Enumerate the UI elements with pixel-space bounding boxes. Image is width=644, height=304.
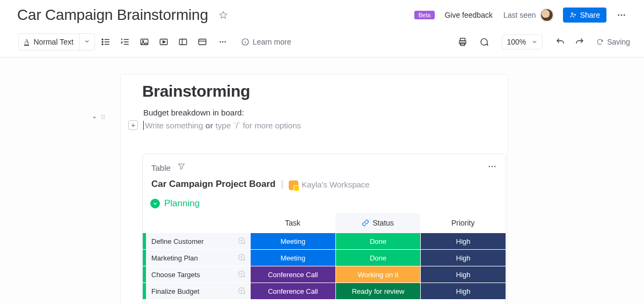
column-header-task[interactable]: Task: [250, 213, 335, 233]
saving-indicator: Saving: [596, 38, 630, 46]
priority-cell[interactable]: High: [421, 283, 506, 299]
block-drag-handle[interactable]: [100, 113, 106, 123]
chat-icon: [479, 37, 489, 47]
image-button[interactable]: [136, 33, 153, 50]
svg-point-5: [102, 41, 103, 42]
numbered-list-button[interactable]: [116, 33, 134, 50]
filter-button[interactable]: [177, 162, 186, 173]
table-button[interactable]: [194, 33, 211, 50]
svg-point-1: [618, 15, 619, 16]
last-seen-label[interactable]: Last seen: [503, 9, 553, 21]
add-block-button[interactable]: +: [128, 120, 138, 130]
item-name-cell[interactable]: Choose Targets: [146, 266, 250, 283]
dots-horizontal-icon: [487, 162, 497, 171]
editor-input[interactable]: Write something or type `/` for more opt…: [143, 121, 301, 130]
comments-button[interactable]: [476, 34, 492, 50]
beta-badge: Beta: [414, 11, 435, 19]
table-row[interactable]: Define CustomerMeetingDoneHigh: [143, 233, 506, 249]
chat-plus-icon: [237, 236, 246, 245]
open-conversation-button[interactable]: [237, 236, 246, 247]
task-cell[interactable]: Conference Call: [251, 266, 335, 283]
grip-icon: [100, 113, 106, 121]
more-menu-button[interactable]: [614, 8, 629, 23]
placeholder-post: type `/` for more options: [213, 121, 301, 130]
text-style-select[interactable]: ANormal Text: [18, 33, 95, 50]
give-feedback-link[interactable]: Give feedback: [444, 11, 493, 19]
group-collapse-toggle[interactable]: [150, 199, 160, 208]
add-item-row[interactable]: + Add: [143, 299, 506, 304]
avatar[interactable]: [540, 9, 553, 21]
chevron-down-icon: [531, 39, 538, 45]
item-name-cell[interactable]: Define Customer: [146, 233, 250, 249]
status-cell[interactable]: Working on it: [336, 266, 421, 283]
print-button[interactable]: [455, 34, 471, 50]
table-view-tab[interactable]: Table: [151, 163, 171, 172]
toolbar-more-button[interactable]: [214, 33, 231, 50]
chat-plus-icon: [237, 270, 246, 278]
status-cell[interactable]: Ready for review: [336, 283, 421, 299]
redo-button[interactable]: [572, 34, 588, 50]
document-paragraph[interactable]: Budget breakdown in board:: [121, 100, 507, 117]
share-button[interactable]: Share: [563, 8, 606, 23]
workspace-name[interactable]: Kayla's Workspace: [302, 180, 370, 189]
bulleted-list-button[interactable]: [97, 33, 114, 50]
open-conversation-button[interactable]: [237, 270, 246, 280]
breadcrumb-separator: |: [281, 179, 283, 190]
open-conversation-button[interactable]: [237, 286, 246, 296]
column-header-status-label: Status: [372, 219, 394, 227]
placeholder-bold: or: [205, 121, 213, 130]
task-cell[interactable]: Meeting: [251, 233, 335, 249]
item-name-cell[interactable]: Finalize Budget: [146, 283, 250, 299]
svg-point-24: [104, 118, 105, 119]
zoom-select[interactable]: 100%: [502, 34, 543, 49]
svg-point-19: [101, 115, 103, 116]
svg-rect-11: [199, 39, 206, 45]
svg-point-13: [222, 41, 223, 42]
svg-rect-10: [179, 39, 187, 45]
text-style-caret[interactable]: [79, 34, 94, 50]
priority-cell[interactable]: High: [421, 233, 506, 249]
redo-icon: [575, 37, 584, 47]
svg-point-2: [621, 15, 623, 16]
learn-more-link[interactable]: Learn more: [241, 38, 291, 46]
undo-button[interactable]: [552, 34, 568, 50]
priority-cell[interactable]: High: [421, 250, 506, 266]
svg-point-6: [102, 44, 103, 45]
status-cell[interactable]: Done: [336, 250, 421, 266]
bulleted-list-icon: [101, 37, 111, 47]
svg-point-27: [494, 166, 496, 168]
chat-plus-icon: [237, 253, 246, 262]
task-cell[interactable]: Conference Call: [251, 283, 335, 299]
table-row[interactable]: Finalize BudgetConference CallReady for …: [143, 283, 506, 299]
board-more-button[interactable]: [487, 162, 497, 173]
svg-point-25: [488, 166, 490, 168]
open-conversation-button[interactable]: [237, 253, 246, 263]
table-row[interactable]: Marketing PlanMeetingDoneHigh: [143, 250, 506, 266]
play-square-icon: [159, 37, 169, 47]
priority-cell[interactable]: High: [421, 266, 506, 283]
funnel-icon: [177, 162, 186, 171]
numbered-list-icon: [120, 37, 130, 47]
svg-point-4: [102, 39, 103, 40]
document-heading[interactable]: Brainstorming: [121, 82, 507, 100]
favorite-star-button[interactable]: [216, 8, 231, 23]
svg-point-23: [101, 118, 103, 119]
column-header-priority[interactable]: Priority: [420, 213, 506, 233]
last-seen-text: Last seen: [503, 11, 536, 19]
table-icon: [197, 37, 207, 47]
block-collapse-caret[interactable]: [91, 113, 98, 123]
table-row[interactable]: Choose TargetsConference CallWorking on …: [143, 266, 506, 283]
text-style-label: Normal Text: [33, 38, 73, 46]
svg-rect-16: [460, 38, 465, 41]
status-cell[interactable]: Done: [336, 233, 421, 249]
task-cell[interactable]: Meeting: [251, 250, 335, 266]
page-title[interactable]: Car Campaign Brainstorming: [17, 6, 208, 24]
video-button[interactable]: [155, 33, 172, 50]
svg-point-20: [104, 115, 105, 116]
svg-point-3: [624, 15, 625, 16]
group-name[interactable]: Planning: [164, 198, 200, 209]
board-title[interactable]: Car Campaign Project Board: [151, 179, 275, 190]
column-header-status[interactable]: Status: [335, 213, 421, 233]
layout-button[interactable]: [174, 33, 192, 50]
item-name-cell[interactable]: Marketing Plan: [146, 250, 250, 266]
